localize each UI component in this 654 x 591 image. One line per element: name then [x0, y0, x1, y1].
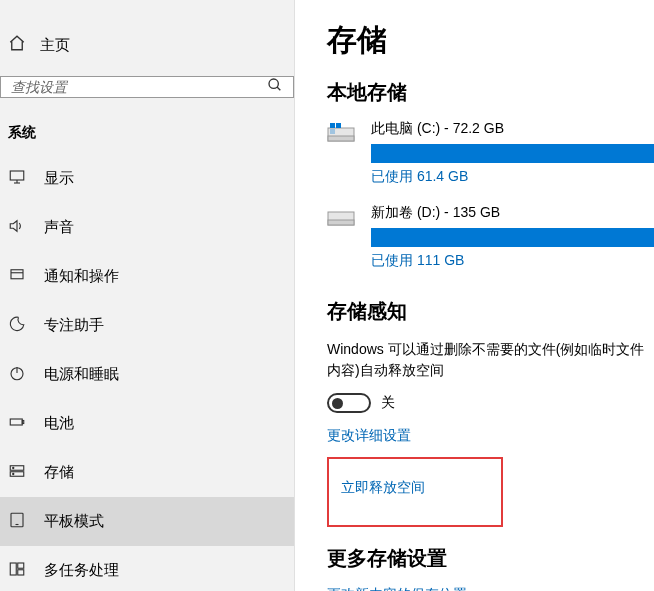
svg-rect-17 [10, 563, 16, 575]
svg-rect-22 [330, 123, 335, 128]
drive-info: 此电脑 (C:) - 72.2 GB 已使用 61.4 GB [371, 120, 654, 186]
sidebar-item-focus[interactable]: 专注助手 [0, 301, 294, 350]
search-input[interactable] [11, 79, 267, 95]
sound-icon [8, 217, 26, 238]
battery-icon [8, 413, 26, 434]
drive-icon [327, 122, 357, 144]
storage-sense-section: 存储感知 Windows 可以通过删除不需要的文件(例如临时文件内容)自动释放空… [327, 298, 654, 591]
sidebar-item-label: 存储 [44, 463, 74, 482]
main-content: 存储 本地存储 此电脑 (C:) - 72.2 GB 已使用 61.4 GB 新… [295, 0, 654, 591]
drive-info: 新加卷 (D:) - 135 GB 已使用 111 GB [371, 204, 654, 270]
sidebar-item-display[interactable]: 显示 [0, 154, 294, 203]
svg-rect-24 [330, 129, 335, 134]
storage-sense-description: Windows 可以通过删除不需要的文件(例如临时文件内容)自动释放空间 [327, 339, 654, 381]
sidebar-item-label: 平板模式 [44, 512, 104, 531]
tablet-icon [8, 511, 26, 532]
svg-rect-5 [11, 270, 23, 279]
sidebar-item-label: 声音 [44, 218, 74, 237]
svg-point-13 [13, 467, 14, 468]
drive-row-d[interactable]: 新加卷 (D:) - 135 GB 已使用 111 GB [327, 204, 654, 270]
link-free-space-now[interactable]: 立即释放空间 [341, 479, 489, 497]
notifications-icon [8, 266, 26, 287]
display-icon [8, 168, 26, 189]
sidebar-item-tablet[interactable]: 平板模式 [0, 497, 294, 546]
svg-rect-18 [18, 563, 24, 568]
storage-icon [8, 462, 26, 483]
drive-row-c[interactable]: 此电脑 (C:) - 72.2 GB 已使用 61.4 GB [327, 120, 654, 186]
svg-point-0 [269, 79, 278, 88]
search-icon [267, 77, 283, 97]
toggle-row: 关 [327, 393, 654, 413]
link-change-detailed-settings[interactable]: 更改详细设置 [327, 427, 654, 445]
sidebar: 主页 系统 显示 声音 通知和操作 专注助手 电源和睡眠 [0, 0, 295, 591]
drive-used-text: 已使用 61.4 GB [371, 168, 654, 186]
sidebar-item-notifications[interactable]: 通知和操作 [0, 252, 294, 301]
sidebar-item-power[interactable]: 电源和睡眠 [0, 350, 294, 399]
svg-rect-2 [10, 171, 24, 180]
home-icon [8, 34, 26, 56]
page-title: 存储 [327, 20, 654, 61]
drive-used-text: 已使用 111 GB [371, 252, 654, 270]
sidebar-item-label: 专注助手 [44, 316, 104, 335]
svg-rect-19 [18, 570, 24, 575]
sidebar-item-label: 多任务处理 [44, 561, 119, 580]
sidebar-item-multitask[interactable]: 多任务处理 [0, 546, 294, 591]
sidebar-item-label: 通知和操作 [44, 267, 119, 286]
more-storage-settings-title: 更多存储设置 [327, 545, 654, 572]
svg-rect-26 [328, 220, 354, 225]
drive-icon [327, 206, 357, 228]
storage-sense-title: 存储感知 [327, 298, 654, 325]
toggle-knob [332, 398, 343, 409]
toggle-label: 关 [381, 394, 395, 412]
svg-rect-23 [336, 123, 341, 128]
sidebar-item-storage[interactable]: 存储 [0, 448, 294, 497]
power-icon [8, 364, 26, 385]
svg-line-1 [277, 87, 280, 90]
sidebar-item-battery[interactable]: 电池 [0, 399, 294, 448]
sidebar-item-sound[interactable]: 声音 [0, 203, 294, 252]
sidebar-item-label: 显示 [44, 169, 74, 188]
sidebar-item-label: 电源和睡眠 [44, 365, 119, 384]
nav-items: 显示 声音 通知和操作 专注助手 电源和睡眠 电池 存储 平板模式 [0, 154, 294, 591]
local-storage-title: 本地存储 [327, 79, 654, 106]
home-link[interactable]: 主页 [0, 30, 294, 76]
link-change-save-location[interactable]: 更改新内容的保存位置 [327, 586, 654, 591]
svg-rect-9 [10, 419, 22, 425]
focus-icon [8, 315, 26, 336]
storage-sense-toggle[interactable] [327, 393, 371, 413]
highlight-box: 立即释放空间 [327, 457, 503, 527]
svg-point-14 [13, 473, 14, 474]
multitask-icon [8, 560, 26, 581]
drive-name: 新加卷 (D:) - 135 GB [371, 204, 654, 222]
svg-rect-10 [22, 421, 24, 424]
drive-name: 此电脑 (C:) - 72.2 GB [371, 120, 654, 138]
home-label: 主页 [40, 36, 70, 55]
search-input-container[interactable] [0, 76, 294, 98]
svg-rect-21 [328, 136, 354, 141]
sidebar-item-label: 电池 [44, 414, 74, 433]
section-title-system: 系统 [0, 116, 294, 154]
drive-usage-bar [371, 144, 654, 163]
drive-usage-bar [371, 228, 654, 247]
